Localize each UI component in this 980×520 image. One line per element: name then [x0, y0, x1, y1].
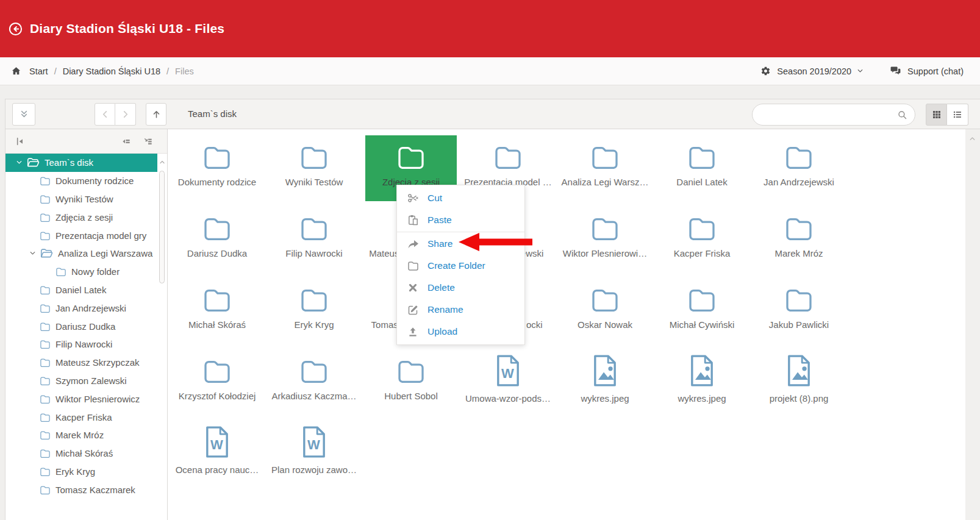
folder-icon — [40, 304, 51, 313]
tree-item[interactable]: Szymon Zalewski — [5, 372, 157, 390]
file-tile[interactable]: Eryk Kryg — [268, 278, 360, 344]
scroll-up-icon[interactable] — [968, 135, 976, 143]
folder-icon — [40, 358, 51, 367]
back-circle-icon[interactable] — [8, 21, 23, 37]
season-selector[interactable]: Season 2019/2020 — [777, 66, 851, 76]
tree-item[interactable]: Marek Mróz — [5, 426, 157, 444]
collapse-all-icon[interactable] — [121, 137, 131, 146]
collapse-panel-icon[interactable] — [15, 137, 25, 146]
folder-icon — [590, 144, 620, 169]
tree-item[interactable]: Wyniki Testów — [5, 190, 157, 208]
file-tile[interactable]: Oskar Nowak — [559, 278, 651, 344]
folder-icon — [784, 216, 814, 240]
file-tile[interactable]: wykres.jpeg — [559, 349, 651, 415]
menu-item-cut[interactable]: Cut — [397, 187, 524, 209]
history-back-button[interactable] — [95, 103, 115, 126]
folder-icon — [590, 216, 620, 240]
tree-item[interactable]: Wiktor Plesnierowicz — [5, 390, 157, 408]
tree-item[interactable]: Jan Andrzejewski — [5, 299, 157, 317]
tree-item-analiza-legi-warszawa[interactable]: Analiza Legi Warszawa — [5, 244, 157, 263]
current-location-label: Team`s disk — [188, 99, 237, 129]
folder-icon — [40, 467, 51, 476]
tree-item[interactable]: Filip Nawrocki — [5, 335, 157, 354]
breadcrumb-start[interactable]: Start — [29, 66, 48, 76]
file-tile[interactable]: Hubert Sobol — [365, 349, 457, 415]
file-tile[interactable]: Arkadiusz Kaczma… — [268, 349, 360, 415]
menu-item-upload[interactable]: Upload — [397, 321, 524, 343]
search-input[interactable] — [762, 105, 895, 124]
chevron-down-icon[interactable] — [29, 249, 37, 257]
scroll-up-icon[interactable] — [159, 158, 166, 166]
menu-divider — [397, 232, 524, 232]
history-forward-button[interactable] — [115, 103, 136, 126]
folder-icon — [396, 358, 426, 383]
file-tile[interactable]: Daniel Latek — [656, 135, 748, 201]
file-tile[interactable]: Marek Mróz — [753, 207, 845, 272]
tree-item[interactable]: Prezentacja model gry — [5, 226, 157, 244]
tree-item[interactable]: Dariusz Dudka — [5, 317, 157, 335]
file-tile[interactable]: Michał Skóraś — [171, 278, 263, 344]
folder-icon — [202, 144, 232, 169]
file-tile[interactable]: Jakub Pawlicki — [753, 278, 845, 344]
file-tile[interactable]: Wiktor Plesnierowi… — [559, 207, 651, 272]
file-tile[interactable]: projekt (8).png — [753, 349, 845, 415]
grid-view-button[interactable] — [926, 104, 947, 126]
folder-icon — [55, 267, 66, 276]
tree-item[interactable]: Mateusz Skrzypczak — [5, 354, 157, 372]
folder-icon — [40, 376, 51, 385]
folder-icon — [784, 287, 814, 312]
file-tile[interactable]: wykres.jpeg — [656, 349, 748, 415]
support-chat-link[interactable]: Support (chat) — [907, 66, 964, 76]
grid-view-icon — [932, 110, 942, 119]
file-tile[interactable]: Dariusz Dudka — [171, 207, 263, 272]
file-tile[interactable]: Filip Nawrocki — [268, 207, 360, 272]
menu-item-create-folder[interactable]: Create Folder — [397, 255, 524, 277]
file-tile[interactable]: Michał Cywiński — [656, 278, 748, 344]
main-scrollbar — [965, 129, 980, 520]
file-tile[interactable]: Jan Andrzejewski — [753, 135, 845, 201]
expand-all-icon[interactable] — [143, 137, 153, 146]
home-icon[interactable] — [11, 66, 21, 76]
file-tile[interactable]: Ocena pracy nauc… — [171, 421, 263, 486]
chevron-down-icon[interactable] — [15, 158, 23, 166]
tree-item[interactable]: Daniel Latek — [5, 281, 157, 299]
file-tile[interactable]: Umowa-wzor-pods… — [462, 349, 554, 415]
file-tile[interactable]: Plan rozwoju zawo… — [268, 421, 360, 486]
menu-item-paste[interactable]: Paste — [397, 209, 524, 231]
word-document-icon — [495, 355, 521, 386]
breadcrumb-current-files: Files — [175, 66, 194, 76]
tree-item[interactable]: Eryk Kryg — [5, 463, 157, 481]
folder-icon — [40, 340, 51, 349]
file-tile[interactable]: Dokumenty rodzice — [171, 135, 263, 201]
folder-icon — [40, 449, 51, 458]
search-icon[interactable] — [897, 110, 907, 120]
menu-item-delete[interactable]: Delete — [397, 277, 524, 299]
list-view-button[interactable] — [947, 104, 968, 126]
tree-item[interactable]: Zdjęcia z sesji — [5, 208, 157, 226]
tree-item[interactable]: Michał Skóraś — [5, 444, 157, 463]
word-document-icon — [204, 426, 231, 458]
folder-icon — [40, 285, 51, 294]
file-tile[interactable]: Analiza Legi Warsz… — [559, 135, 651, 201]
expand-panel-button[interactable] — [12, 103, 35, 126]
tree-item[interactable]: Nowy folder — [5, 263, 157, 281]
tree-item[interactable]: Dokumenty rodzice — [5, 172, 157, 190]
folder-icon — [687, 287, 717, 312]
double-chevron-down-icon — [19, 109, 29, 119]
up-level-button[interactable] — [146, 103, 166, 126]
tree-scrollbar — [157, 154, 167, 520]
context-menu: Cut Paste Share Create Folder Delete Ren… — [396, 185, 525, 345]
file-tile[interactable]: Krzysztof Kołodziej — [171, 349, 263, 415]
menu-item-rename[interactable]: Rename — [397, 299, 524, 321]
tree-item[interactable]: Kacper Friska — [5, 408, 157, 426]
tree-item-teams-disk[interactable]: Team`s disk — [5, 154, 157, 172]
annotation-arrow-left-icon — [459, 233, 532, 251]
tree-item[interactable]: Tomasz Kaczmarek — [5, 480, 157, 499]
tree-scrollbar-thumb[interactable] — [159, 171, 165, 283]
file-tile[interactable]: Wyniki Testów — [268, 135, 360, 201]
breadcrumb-diary[interactable]: Diary Stadion Śląski U18 — [63, 66, 160, 76]
file-tile[interactable]: Kacper Friska — [656, 207, 748, 272]
folder-icon — [40, 413, 51, 422]
folder-open-icon — [40, 248, 53, 259]
search-box — [752, 104, 915, 126]
